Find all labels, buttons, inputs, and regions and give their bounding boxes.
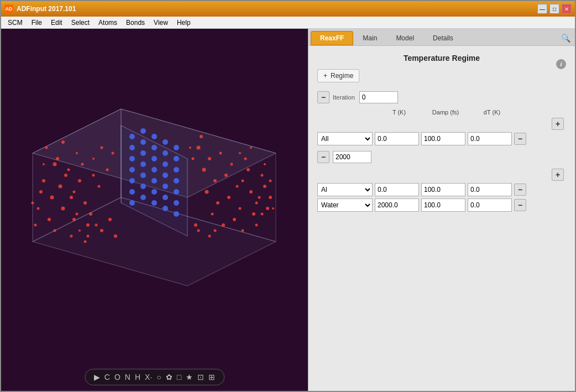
t-k-input-2-1[interactable] [375,183,419,196]
regime-section: + Regime [317,69,566,82]
search-icon[interactable]: 🔍 [558,31,573,45]
svg-point-11 [174,145,179,150]
svg-point-94 [227,196,231,199]
plus-sign: + [323,72,327,80]
viewport-canvas [1,29,308,366]
menu-help[interactable]: Help [172,18,195,28]
3d-scene [1,29,308,366]
svg-point-74 [92,158,95,160]
damp-input-2-2[interactable] [421,198,465,212]
t-k-input-2-2[interactable] [375,198,419,212]
svg-point-17 [129,156,135,161]
svg-point-109 [219,152,222,155]
svg-point-36 [174,200,179,206]
info-icon[interactable]: i [556,59,566,69]
viewport: ▶ C O N H X· ○ ✿ □ ★ ⊡ ⊞ [1,29,308,391]
svg-point-76 [43,163,45,165]
remove-row-2-2-button[interactable]: − [514,199,526,211]
iteration-2-input[interactable] [333,151,371,163]
svg-point-115 [250,147,252,149]
o-icon[interactable]: O [114,373,121,381]
tab-main[interactable]: Main [353,31,386,45]
tab-details[interactable]: Details [423,31,463,45]
dt-input-2-1[interactable] [468,183,512,196]
iteration-1-input[interactable] [359,91,398,103]
svg-point-62 [106,169,109,171]
svg-point-9 [151,134,157,139]
svg-point-16 [174,156,179,161]
svg-point-118 [269,180,272,182]
menu-view[interactable]: View [149,18,172,28]
damp-input-1-1[interactable] [421,132,465,145]
dt-input-1-1[interactable] [468,132,512,145]
x-dot-icon[interactable]: X· [145,373,152,381]
play-icon[interactable]: ▶ [94,373,100,381]
damp-input-2-1[interactable] [421,183,465,196]
svg-point-18 [140,150,146,156]
species-select-2-1[interactable]: Al [317,183,373,196]
col-header-t-k: T (K) [377,109,421,116]
svg-point-114 [242,229,244,232]
svg-point-47 [72,218,76,221]
svg-point-58 [92,174,95,177]
svg-point-37 [129,200,135,206]
svg-point-67 [114,234,117,238]
svg-point-102 [252,212,255,216]
svg-point-101 [255,202,258,205]
svg-point-33 [140,184,146,189]
remove-row-2-1-button[interactable]: − [514,184,526,196]
svg-point-100 [249,190,253,194]
n-icon[interactable]: N [125,373,130,381]
species-select-1-1[interactable]: All [317,132,373,145]
iteration-1-minus-button[interactable]: − [317,91,329,103]
menu-bar: SCM File Edit Select Atoms Bonds View He… [1,17,575,29]
star-icon[interactable]: ★ [186,373,193,381]
c-icon[interactable]: C [104,373,110,381]
menu-bonds[interactable]: Bonds [122,18,149,28]
svg-point-91 [231,163,233,166]
svg-point-10 [163,139,168,145]
add-row-2-button[interactable]: + [552,169,564,181]
svg-point-78 [39,190,43,194]
menu-scm[interactable]: SCM [3,18,27,28]
svg-point-59 [89,212,92,216]
svg-point-113 [239,152,241,154]
svg-point-12 [129,145,135,150]
circle-icon[interactable]: ○ [156,373,161,381]
iteration-row-1: − Iteration [317,91,566,103]
menu-edit[interactable]: Edit [46,18,67,28]
regime-2: − + Al − [317,151,566,212]
menu-file[interactable]: File [27,18,46,28]
svg-point-103 [261,174,264,177]
iteration-label-1: Iteration [333,94,355,101]
h-icon[interactable]: H [135,373,140,381]
tab-reaxff[interactable]: ReaxFF [311,31,353,45]
gear-icon[interactable]: ✿ [166,373,172,381]
maximize-button[interactable]: □ [549,4,559,14]
regime-1: − Iteration T (K) Damp (fs) dT (K) [317,91,566,145]
iteration-2-minus-button[interactable]: − [317,151,329,163]
svg-point-7 [129,134,135,139]
t-k-input-1-1[interactable] [375,132,419,145]
svg-point-49 [78,179,81,182]
tab-model[interactable]: Model [386,31,423,45]
table-row-2-1: Al − [317,183,566,196]
minimize-button[interactable]: — [537,4,547,14]
square-icon[interactable]: □ [177,373,181,381]
regime-label: Regime [331,72,353,80]
species-select-2-2[interactable]: Water [317,198,373,212]
add-regime-button[interactable]: + Regime [317,69,359,82]
add-row-1-button[interactable]: + [552,118,564,130]
grid-icon[interactable]: ⊞ [208,373,215,381]
remove-row-1-1-button[interactable]: − [514,133,526,145]
menu-atoms[interactable]: Atoms [94,18,122,28]
menu-select[interactable]: Select [67,18,94,28]
svg-point-123 [189,147,191,149]
close-button[interactable]: ✕ [562,4,572,14]
dotted-square-icon[interactable]: ⊡ [197,373,204,381]
dt-input-2-2[interactable] [468,198,512,212]
svg-point-77 [34,224,37,227]
svg-point-104 [263,185,266,188]
svg-point-32 [129,189,135,195]
svg-point-41 [174,211,179,217]
